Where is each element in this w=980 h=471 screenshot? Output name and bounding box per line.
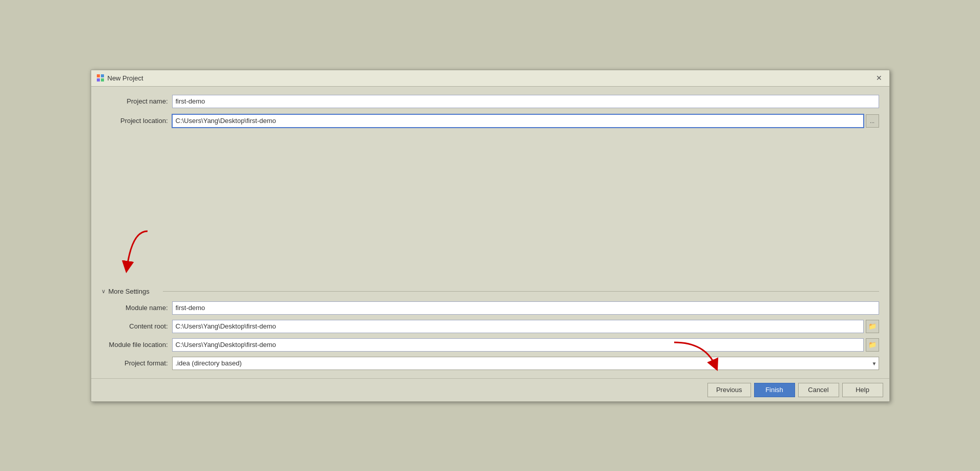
project-format-select[interactable]: .idea (directory based) .ipr (file based…: [172, 357, 879, 370]
svg-rect-3: [101, 78, 104, 81]
project-location-browse-button[interactable]: ...: [866, 114, 879, 128]
more-settings-chevron[interactable]: ∨: [101, 288, 106, 295]
module-name-label: Module name:: [101, 304, 168, 312]
project-name-input[interactable]: [172, 95, 879, 108]
content-root-browse-button[interactable]: 📁: [866, 320, 879, 333]
project-location-input[interactable]: [172, 114, 864, 128]
content-root-input[interactable]: [172, 320, 864, 333]
project-name-row: Project name:: [101, 95, 879, 108]
project-format-label: Project format:: [101, 359, 168, 367]
cancel-button[interactable]: Cancel: [798, 383, 839, 397]
svg-rect-2: [97, 78, 100, 81]
module-name-input-wrapper: [172, 301, 879, 315]
module-file-label: Module file location:: [101, 341, 168, 349]
previous-button[interactable]: Previous: [707, 383, 751, 397]
finish-button[interactable]: Finish: [754, 383, 795, 397]
module-file-row: Module file location: 📁: [101, 338, 879, 352]
dialog-title: New Project: [108, 74, 143, 82]
more-settings-form: Module name: Content root: 📁: [101, 301, 879, 370]
dialog-content: Project name: Project location: ...: [91, 87, 889, 378]
project-format-dropdown-wrapper: .idea (directory based) .ipr (file based…: [172, 357, 879, 370]
close-button[interactable]: ✕: [874, 73, 884, 83]
svg-rect-1: [101, 74, 104, 77]
more-settings-arrow: [117, 226, 158, 277]
content-area: [101, 134, 879, 277]
project-format-row: Project format: .idea (directory based) …: [101, 357, 879, 370]
more-settings-section: ∨ More Settings Module name: Content r: [101, 288, 879, 370]
project-name-input-wrapper: [172, 95, 879, 108]
project-location-input-wrapper: ...: [172, 114, 879, 128]
project-location-label: Project location:: [101, 117, 168, 125]
project-location-row: Project location: ...: [101, 114, 879, 128]
more-settings-label: More Settings: [109, 288, 150, 295]
module-name-input[interactable]: [172, 301, 879, 315]
new-project-dialog: New Project ✕ Project name: Project loca…: [91, 70, 890, 402]
content-root-input-wrapper: 📁: [172, 320, 879, 333]
svg-rect-0: [97, 74, 100, 77]
project-name-label: Project name:: [101, 97, 168, 105]
title-bar-left: New Project: [96, 74, 143, 82]
finish-arrow: [664, 337, 725, 373]
more-settings-header: ∨ More Settings: [101, 288, 879, 295]
help-button[interactable]: Help: [842, 383, 883, 397]
module-file-input-wrapper: 📁: [172, 338, 879, 352]
module-name-row: Module name:: [101, 301, 879, 315]
app-icon: [96, 74, 105, 82]
content-root-row: Content root: 📁: [101, 320, 879, 333]
content-root-label: Content root:: [101, 322, 168, 330]
module-file-browse-button[interactable]: 📁: [866, 338, 879, 352]
title-bar: New Project ✕: [91, 70, 889, 87]
module-file-input[interactable]: [172, 338, 864, 352]
footer: Previous Finish Cancel Help: [91, 378, 889, 401]
